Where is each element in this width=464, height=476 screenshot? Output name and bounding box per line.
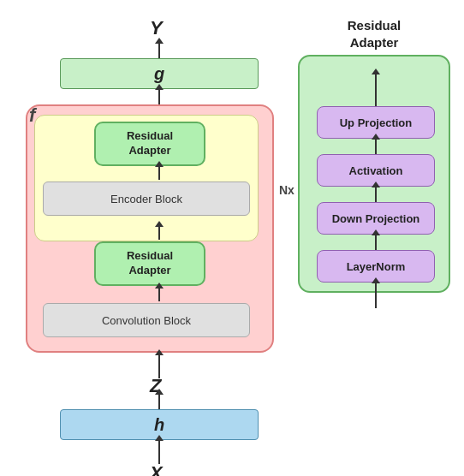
arrow-h-z: [158, 394, 160, 409]
left-diagram: Y g f Nx ResidualAdapter Encoder Block: [17, 17, 283, 454]
g-label: g: [154, 64, 164, 84]
up-projection-label: Up Projection: [340, 116, 413, 129]
arrow-up-activation: [375, 139, 377, 154]
arrow-x-h: [158, 440, 160, 464]
arrow-g-down: [158, 89, 160, 104]
arrow-y-up: [158, 43, 160, 58]
convolution-block-label: Convolution Block: [102, 314, 191, 327]
box-encoder-block: Encoder Block: [43, 181, 250, 216]
residual-adapter-top-label: ResidualAdapter: [127, 129, 173, 158]
label-Y: Y: [150, 17, 163, 39]
right-diagram: Residual Adapter Up Projection Activatio…: [298, 17, 450, 56]
label-X: X: [150, 462, 163, 476]
activation-label: Activation: [349, 164, 403, 177]
arrow-out-top: [375, 74, 377, 106]
box-residual-adapter-bottom: ResidualAdapter: [94, 241, 205, 286]
h-label: h: [154, 415, 164, 435]
arrow-input-layernorm: [375, 283, 377, 308]
arrow-res-encoder: [158, 226, 160, 240]
box-residual-adapter-top: ResidualAdapter: [94, 122, 205, 166]
arrow-encoder-res: [158, 166, 160, 180]
encoder-block-label: Encoder Block: [110, 193, 182, 205]
arrow-down-layernorm: [375, 235, 377, 250]
box-convolution-block: Convolution Block: [43, 303, 250, 337]
arrow-activation-down: [375, 187, 377, 202]
down-projection-label: Down Projection: [332, 212, 420, 225]
layernorm-label: LayerNorm: [347, 260, 406, 273]
box-green-outer: Up Projection Activation Down Projection…: [298, 55, 450, 293]
right-diagram-title: Residual Adapter: [298, 17, 450, 51]
label-Nx: Nx: [279, 183, 294, 197]
diagram-container: Y g f Nx ResidualAdapter Encoder Block: [0, 0, 464, 476]
residual-adapter-bottom-label: ResidualAdapter: [127, 249, 173, 278]
arrow-conv-res: [158, 288, 160, 301]
